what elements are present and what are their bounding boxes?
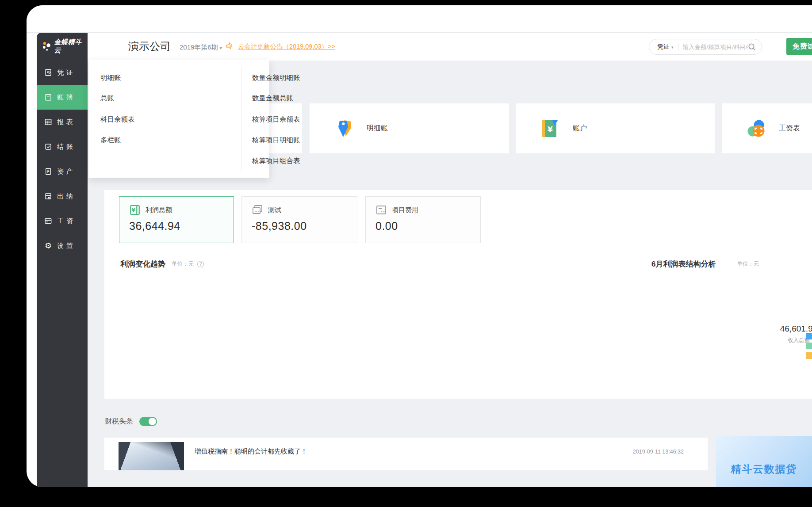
stat-card-label: 测试 — [268, 206, 281, 214]
shortcut-card-label: 账户 — [573, 124, 587, 133]
sidebar-item-label: 凭证 — [57, 69, 76, 77]
menu-item-dim-detail[interactable]: 核算项目明细账 — [252, 136, 300, 145]
legend-swatch — [806, 343, 812, 349]
sidebar-item-ledger[interactable]: 账簿 — [37, 85, 88, 110]
sidebar-item-assets[interactable]: 资产 — [37, 159, 88, 184]
sidebar-item-settings[interactable]: ⚙ 设置 — [37, 233, 88, 258]
stat-card-value: 36,644.94 — [129, 220, 234, 233]
app-window: 金蝶精斗云 凭证 账簿 报表 — [27, 5, 812, 487]
global-search: 凭证▾ — [649, 39, 762, 55]
logo-dots-icon — [41, 41, 52, 52]
stat-card-value: 0.00 — [375, 220, 480, 233]
sidebar-item-label: 资产 — [57, 168, 76, 176]
sidebar-item-label: 报表 — [57, 118, 76, 126]
payroll-icon — [44, 217, 52, 225]
window-titlebar — [27, 5, 812, 33]
stat-card-total-profit[interactable]: ¥ 利润总额 36,644.94 — [119, 196, 234, 243]
closing-check-icon — [44, 143, 52, 151]
menu-item-account-balance[interactable]: 科目余额表 — [100, 115, 135, 124]
trend-chart-title: 利润变化趋势 — [120, 259, 165, 269]
news-thumbnail — [119, 442, 184, 470]
trend-chart-header: 利润变化趋势 单位：元 ? — [120, 259, 204, 269]
structure-chart-title: 6月利润表结构分析 — [651, 259, 716, 269]
trend-chart-unit: 单位：元 — [172, 260, 194, 268]
chevron-down-icon: ▾ — [220, 46, 222, 50]
legend-swatch — [806, 352, 812, 359]
news-item[interactable]: 增值税指南！聪明的会计都先收藏了！ 2019-09-11 13:46:32 — [104, 438, 708, 470]
tags-icon — [334, 118, 354, 139]
menu-item-general-ledger[interactable]: 总账 — [100, 94, 114, 103]
shortcut-card-detail-ledger[interactable]: 明细账 — [310, 103, 509, 153]
header: 演示公司 2019年第6期▾ 云会计更新公告（2019.09.03）>> 凭证▾… — [88, 33, 812, 61]
divider — [678, 43, 678, 50]
sidebar-item-label: 工资 — [57, 217, 76, 225]
stat-card-label: 利润总额 — [146, 206, 172, 214]
app-logo: 金蝶精斗云 — [37, 33, 88, 60]
ledger-icon — [44, 93, 52, 101]
svg-text:¥: ¥ — [132, 207, 136, 213]
shortcut-card-label: 工资表 — [779, 124, 800, 133]
sidebar-item-label: 设置 — [57, 242, 76, 250]
voucher-icon — [44, 69, 52, 76]
search-category-dropdown[interactable]: 凭证▾ — [657, 43, 674, 51]
announcement-link[interactable]: 云会计更新公告（2019.09.03）>> — [238, 42, 335, 51]
sidebar-item-report[interactable]: 报表 — [37, 110, 88, 134]
menu-item-dim-balance[interactable]: 核算项目余额表 — [252, 115, 300, 124]
help-icon[interactable]: ? — [197, 261, 204, 267]
structure-chart-header: 6月利润表结构分析 单位：元 — [651, 259, 759, 269]
stat-card-test[interactable]: 测试 -85,938.00 — [241, 196, 357, 243]
news-timestamp: 2019-09-11 13:46:32 — [633, 449, 684, 455]
shortcut-card-payslip[interactable]: 工资表 — [722, 103, 812, 153]
data-loan-promo-banner[interactable]: 精斗云数据贷 — [716, 436, 812, 487]
period-selector[interactable]: 2019年第6期▾ — [180, 43, 222, 52]
news-section-label: 财税头条 — [105, 417, 133, 426]
chevron-down-icon: ▾ — [671, 45, 674, 50]
structure-chart-unit: 单位：元 — [737, 260, 759, 268]
cashier-icon — [44, 192, 52, 200]
assets-icon — [44, 168, 52, 175]
dashboard-panel: ¥ 利润总额 36,644.94 测试 -85,938.00 — [104, 190, 812, 399]
news-title: 增值税指南！聪明的会计都先收藏了！ — [195, 447, 307, 456]
legend-swatch — [806, 333, 812, 339]
sidebar-item-voucher[interactable]: 凭证 — [37, 60, 88, 85]
news-toggle[interactable] — [139, 417, 157, 426]
promo-label: 精斗云数据贷 — [716, 462, 812, 476]
company-name: 演示公司 — [128, 39, 171, 53]
gear-icon: ⚙ — [44, 242, 52, 250]
stat-card-label: 项目费用 — [392, 206, 418, 214]
shortcut-card-label: 明细账 — [367, 124, 388, 133]
menu-item-dim-combo[interactable]: 核算项目组合表 — [252, 156, 300, 166]
sidebar-item-label: 结账 — [57, 143, 76, 151]
sidebar-item-label: 账簿 — [57, 93, 76, 102]
stat-card-value: -85,938.00 — [252, 220, 357, 233]
wallet-icon: ¥ — [540, 118, 560, 139]
sidebar-item-payroll[interactable]: 工资 — [37, 209, 88, 233]
search-icon[interactable] — [748, 43, 756, 51]
structure-chart-center: 46,601.94 收入总额 — [751, 324, 812, 344]
menu-item-qty-detail-ledger[interactable]: 数量金额明细账 — [252, 73, 300, 83]
announcement-speaker-icon — [225, 41, 234, 50]
search-input[interactable] — [683, 44, 748, 50]
shortcut-card-accounts[interactable]: ¥ 账户 — [516, 103, 715, 153]
free-trial-button[interactable]: 免费试 — [786, 38, 812, 55]
sidebar: 金蝶精斗云 凭证 账簿 报表 — [37, 33, 88, 487]
logo-text: 金蝶精斗云 — [54, 38, 88, 55]
test-card-icon — [252, 204, 263, 216]
income-total-value: 46,601.94 — [751, 324, 812, 334]
sidebar-item-closing[interactable]: 结账 — [37, 134, 88, 159]
toggle-knob — [149, 418, 156, 425]
menu-item-multi-column[interactable]: 多栏账 — [100, 136, 121, 145]
payslip-icon — [746, 118, 766, 139]
menu-item-qty-general-ledger[interactable]: 数量金额总账 — [252, 94, 293, 103]
expense-form-icon — [375, 204, 387, 216]
news-section-header: 财税头条 — [105, 417, 157, 426]
svg-text:¥: ¥ — [548, 125, 553, 134]
menu-item-detail-ledger[interactable]: 明细账 — [100, 73, 121, 83]
divider — [241, 66, 241, 172]
sidebar-item-label: 出纳 — [57, 192, 76, 201]
stat-card-project-expense[interactable]: 项目费用 0.00 — [365, 196, 481, 243]
sidebar-item-cashier[interactable]: 出纳 — [37, 184, 88, 209]
report-icon — [44, 118, 52, 126]
profit-icon: ¥ — [129, 204, 141, 216]
income-total-label: 收入总额 — [751, 337, 812, 344]
